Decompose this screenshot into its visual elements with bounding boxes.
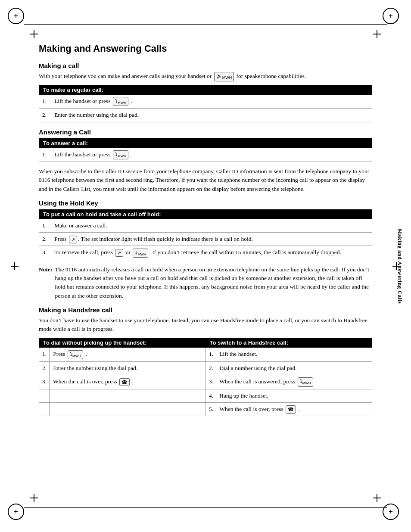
note-label: Note: [39,265,52,300]
handsfree-col1-header: To dial without picking up the handset: [39,338,206,348]
border-bottom [24,507,387,508]
make-call-table-header: To make a regular call: [39,85,372,95]
table-row: 1. Lift the handset or press ⤵MWH. [39,148,372,162]
crosshair-tr [373,30,381,38]
make-call-steps-table: 1. Lift the handset or press ⤵MWH . 2. E… [39,95,372,122]
hold-steps-table: 1. Make or answer a call. 2. Press ↗. Th… [39,219,372,260]
table-row: 3. To retrieve the call, press ↗ or ⤵MWH… [39,246,372,260]
hold-note-text: The 9116 automatically releases a call o… [55,265,372,300]
page-title: Making and Answering Calls [39,43,372,54]
corner-decoration-bl [8,504,28,524]
handsfree-table: To dial without picking up the handset: … [39,338,372,416]
table-row: 1. Make or answer a call. [39,219,372,233]
answer-call-table-header: To answer a call: [39,138,372,148]
table-header-row: To dial without picking up the handset: … [39,338,372,348]
speaker-btn-hs2: ⤵MWH [298,377,313,386]
speaker-btn-1: ⤵MWH [113,97,128,106]
speaker-btn-3: ⤵MWH [133,249,148,258]
handsfree-heading: Making a Handsfree call [39,306,372,314]
main-content: Making and Answering Calls Making a call… [39,30,372,502]
speaker-btn-2: ⤵MWH [113,150,128,159]
handsfree-intro: You don’t have to use the handset to use… [39,316,372,334]
corner-decoration-tl [8,8,28,28]
crosshair-br [373,494,381,502]
speaker-button-icon: 🔈MWH [214,72,234,81]
side-text: Making and Answering Calls [389,0,411,532]
making-call-intro: With your telephone you can make and ans… [39,72,372,81]
hold-table-header: To put a call on hold and take a call of… [39,209,372,219]
table-row: 4. Hang up the handset. [39,389,372,402]
table-row: 2. Enter the number using the dial pad. [39,109,372,122]
crosshair-ml [11,262,19,270]
end-btn-hs1: ☎ [119,378,130,386]
table-row: 2. Enter the number using the dial pad. … [39,361,372,375]
handsfree-col2-header: To switch to a Handsfree call: [206,338,372,348]
table-row: 5. When the call is over, press ☎ . [39,402,372,416]
speaker-btn-hs1: ⤵MWH [68,350,83,359]
making-call-heading: Making a call [39,62,372,69]
hold-note-block: Note: The 9116 automatically releases a … [39,265,372,300]
table-row: 2. Press ↗. The set indicator light will… [39,233,372,246]
end-btn-hs2: ☎ [286,405,296,414]
crosshair-bl [30,494,38,502]
hold-btn-2: ↗ [115,249,123,257]
table-row: 1. Lift the handset or press ⤵MWH . [39,95,372,109]
table-row: 1. Press ⤵MWH . 1. Lift the handset. [39,348,372,361]
border-top [24,24,387,25]
crosshair-tl [30,30,38,38]
table-row: 3. When the call is over, press ☎ . 3. W… [39,375,372,389]
hold-btn: ↗ [69,236,77,244]
answer-call-steps-table: 1. Lift the handset or press ⤵MWH. [39,148,372,162]
answering-call-heading: Answering a Call [39,128,372,136]
hold-key-heading: Using the Hold Key [39,199,372,207]
answering-note: When you subscribe to the Caller ID serv… [39,167,372,193]
